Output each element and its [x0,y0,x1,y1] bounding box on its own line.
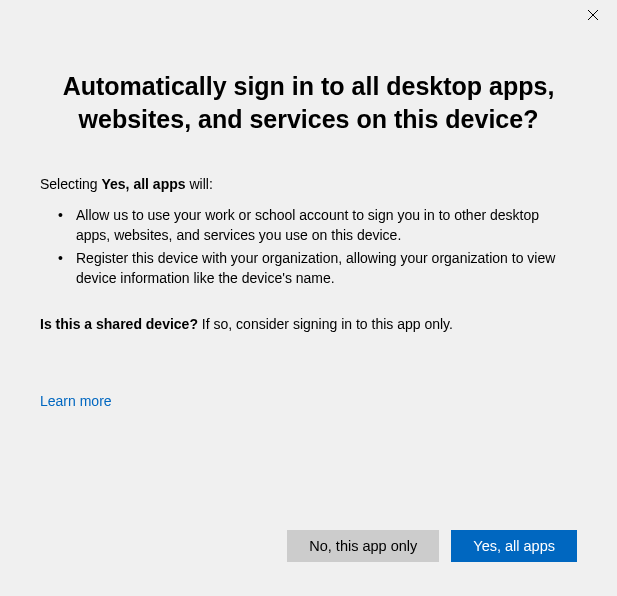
shared-rest: If so, consider signing in to this app o… [198,316,453,332]
list-item: Register this device with your organizat… [64,249,577,288]
yes-all-apps-button[interactable]: Yes, all apps [451,530,577,562]
dialog-footer: No, this app only Yes, all apps [287,530,577,562]
shared-bold: Is this a shared device? [40,316,198,332]
titlebar [0,0,617,30]
learn-more-link[interactable]: Learn more [40,393,112,409]
intro-suffix: will: [186,176,213,192]
dialog-heading: Automatically sign in to all desktop app… [40,70,577,136]
bullet-list: Allow us to use your work or school acco… [40,206,577,288]
intro-text: Selecting Yes, all apps will: [40,176,577,192]
no-this-app-only-button[interactable]: No, this app only [287,530,439,562]
close-button[interactable] [581,3,605,27]
intro-bold: Yes, all apps [101,176,185,192]
dialog-content: Automatically sign in to all desktop app… [0,30,617,596]
signin-dialog: Automatically sign in to all desktop app… [0,0,617,596]
list-item: Allow us to use your work or school acco… [64,206,577,245]
close-icon [587,9,599,21]
intro-prefix: Selecting [40,176,101,192]
shared-device-text: Is this a shared device? If so, consider… [40,316,577,332]
